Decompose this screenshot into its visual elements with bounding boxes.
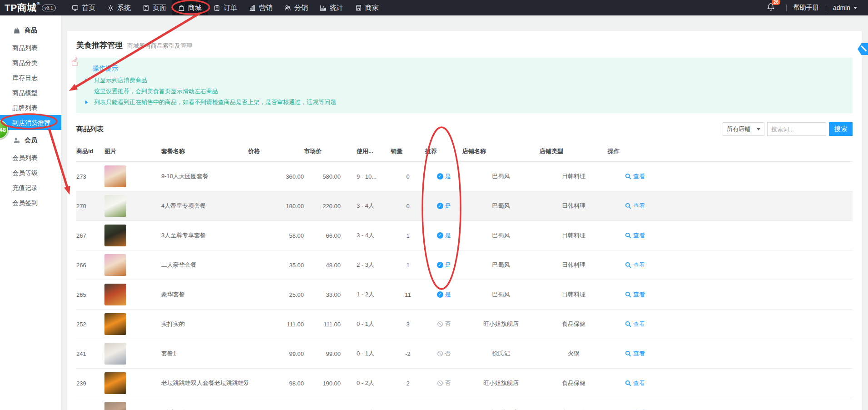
nav-item-page[interactable]: 页面	[137, 0, 172, 15]
nav-item-home[interactable]: 首页	[66, 0, 101, 15]
food-photo-takoyaki	[104, 254, 126, 276]
list-title: 商品列表	[76, 125, 104, 134]
nav-item-label: 分销	[294, 4, 308, 12]
cell-package-name: 套餐1	[161, 339, 248, 369]
view-label: 查看	[633, 172, 645, 180]
recommend-yes-badge[interactable]: ✓是	[437, 172, 451, 180]
nav-item-label: 页面	[153, 4, 166, 12]
cell-usage: 3 - 4人	[341, 221, 391, 250]
view-label: 查看	[633, 261, 645, 269]
cell-price: 58.00	[248, 221, 304, 250]
view-link[interactable]: 查看	[625, 202, 645, 210]
cell-package-name: 4人帝皇专项套餐	[161, 191, 248, 221]
app-logo[interactable]: TP商城® v3.1	[0, 1, 61, 14]
sidebar-item-0-2[interactable]: 库存日志	[0, 70, 61, 85]
cell-usage: 0 - 1人	[341, 310, 391, 339]
sidebar-item-0-4[interactable]: 品牌列表	[0, 100, 61, 115]
notification-bell[interactable]: 26	[767, 3, 775, 13]
nav-item-gear[interactable]: 系统	[101, 0, 137, 15]
view-link[interactable]: 查看	[625, 231, 645, 240]
cell-filler	[662, 339, 853, 369]
sidebar-item-1-2[interactable]: 充值记录	[0, 180, 61, 195]
search-input[interactable]	[767, 122, 826, 136]
sidebar-item-0-5[interactable]: 到店消费推荐	[0, 115, 61, 130]
view-link[interactable]: 查看	[625, 172, 645, 180]
table-row: 2673人至尊专享套餐58.0066.003 - 4人1✓是巴蜀风日韩料理查看	[76, 221, 853, 250]
sidebar-section-title-1[interactable]: 会员	[0, 130, 61, 150]
cell-price: 99.00	[248, 339, 304, 369]
filter-controls: 所有店铺 搜索	[723, 122, 853, 136]
recommend-no-badge[interactable]: 否	[437, 350, 451, 358]
sidebar-item-1-3[interactable]: 会员签到	[0, 195, 61, 210]
topbar: TP商城® v3.1 首页系统页面商城订单营销分销统计商家 26 帮助手册 ad…	[0, 0, 868, 15]
recommend-label: 否	[445, 350, 451, 358]
divider	[786, 5, 787, 11]
member-icon	[13, 137, 20, 144]
col-header-0: 商品id	[76, 141, 104, 162]
recommend-yes-badge[interactable]: ✓是	[437, 202, 451, 210]
cell-package-name: 4人餐鸡煲	[161, 398, 248, 410]
nav-item-order[interactable]: 订单	[208, 0, 243, 15]
table-header-row: 商品id图片套餐名称价格市场价使用...销量推荐店铺名称店铺类型操作	[76, 141, 853, 162]
cell-action: 查看	[608, 398, 662, 410]
col-header-9: 店铺类型	[540, 141, 608, 162]
cell-image	[104, 250, 161, 280]
view-label: 查看	[633, 379, 645, 387]
recommend-label: 否	[445, 409, 451, 410]
view-link[interactable]: 查看	[625, 290, 645, 299]
cell-package-name: 豪华套餐	[161, 280, 248, 310]
recommend-yes-badge[interactable]: ✓是	[437, 261, 451, 269]
sidebar-item-0-3[interactable]: 商品模型	[0, 85, 61, 100]
recommend-no-badge[interactable]: 否	[437, 379, 451, 387]
recommend-no-badge[interactable]: 否	[437, 409, 451, 410]
sidebar-item-0-0[interactable]: 商品列表	[0, 40, 61, 55]
mall-bag-icon	[178, 5, 185, 11]
nav-item-mall-bag[interactable]: 商城	[172, 0, 208, 15]
food-photo-roast-chicken	[104, 225, 126, 246]
search-button[interactable]: 搜索	[829, 122, 853, 136]
magnifier-icon	[625, 262, 631, 268]
sidebar-section-title-0[interactable]: 商品	[0, 20, 61, 40]
cell-action: 查看	[608, 339, 662, 369]
nav-item-merchant[interactable]: 商家	[349, 0, 385, 15]
recommend-yes-badge[interactable]: ✓是	[437, 290, 451, 299]
view-link[interactable]: 查看	[625, 320, 645, 328]
cell-usage: 9 - 10...	[341, 162, 391, 191]
nav-item-marketing[interactable]: 营销	[243, 0, 278, 15]
sidebar: 商品商品列表商品分类库存日志商品模型品牌列表到店消费推荐会员会员列表会员等级充值…	[0, 15, 61, 410]
view-label: 查看	[633, 409, 645, 410]
sidebar-item-0-1[interactable]: 商品分类	[0, 55, 61, 70]
tip-text: 这里设置推荐，会到美食首页显示滑动左右商品	[94, 88, 218, 95]
cell-recommend: ✓是	[425, 250, 462, 280]
user-menu[interactable]: admin	[833, 4, 857, 11]
nav-item-label: 统计	[330, 4, 343, 12]
divider	[826, 5, 826, 11]
table-row: 266二人豪华套餐35.0048.002 - 3人1✓是巴蜀风日韩料理查看	[76, 250, 853, 280]
cell-market-price: 33.00	[304, 280, 341, 310]
store-filter-value: 所有店铺	[727, 125, 750, 133]
cell-sales: 1	[391, 250, 425, 280]
table-row: 241套餐199.0099.000 - 1人-2否徐氏记火锅查看	[76, 339, 853, 369]
food-photo-portrait	[104, 402, 126, 410]
nav-item-stats[interactable]: 统计	[314, 0, 349, 15]
cell-store-type: 日韩料理	[540, 162, 608, 191]
cell-action: 查看	[608, 280, 662, 310]
help-manual-link[interactable]: 帮助手册	[794, 4, 819, 12]
col-header-7: 推荐	[425, 141, 462, 162]
cell-usage: 1 - 2人	[341, 280, 391, 310]
operation-tips-link[interactable]: 操作提示	[93, 65, 118, 73]
sidebar-item-1-0[interactable]: 会员列表	[0, 150, 61, 165]
recommend-yes-badge[interactable]: ✓是	[437, 231, 451, 240]
cell-filler	[662, 162, 853, 191]
nav-item-distribution[interactable]: 分销	[278, 0, 314, 15]
recommend-no-badge[interactable]: 否	[437, 320, 451, 328]
cell-store-name: 巴蜀风	[462, 221, 540, 250]
view-link[interactable]: 查看	[625, 379, 645, 387]
view-link[interactable]: 查看	[625, 409, 645, 410]
view-link[interactable]: 查看	[625, 350, 645, 358]
view-link[interactable]: 查看	[625, 261, 645, 269]
magnifier-icon	[625, 380, 631, 386]
cell-filler	[662, 398, 853, 410]
store-filter-select[interactable]: 所有店铺	[723, 122, 764, 136]
sidebar-item-1-1[interactable]: 会员等级	[0, 165, 61, 180]
